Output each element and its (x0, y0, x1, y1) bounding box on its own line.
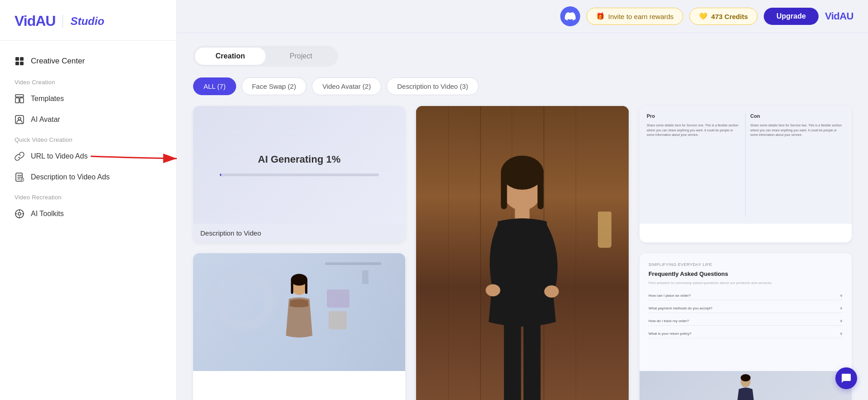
video-background (416, 106, 628, 400)
ai-avatar-label: AI Avatar (31, 116, 60, 124)
person-silhouette (453, 151, 591, 400)
filter-video-avatar[interactable]: Video Avatar (2) (312, 77, 381, 95)
card-generating-label: Description to Video (193, 224, 405, 242)
svg-point-27 (291, 274, 307, 286)
woman-card-label (193, 371, 405, 382)
filter-face-swap[interactable]: Face Swap (2) (242, 77, 307, 95)
con-header: Con (750, 113, 844, 119)
faq-item-2: What payment methods do you accept? ∨ (649, 304, 843, 313)
studio-label: Studio (70, 15, 104, 28)
svg-rect-20 (538, 173, 543, 209)
sidebar-item-label: Creative Center (31, 57, 85, 66)
avatar-icon (15, 115, 24, 125)
tab-bar: Creation Project (193, 46, 338, 67)
section-label-video-recreation: Video Recreation (0, 188, 176, 203)
svg-rect-2 (15, 62, 19, 65)
card-woman[interactable] (193, 253, 405, 400)
card-video-tall[interactable] (416, 106, 628, 400)
content-area: Creation Project ALL (7) Face Swap (2) V… (177, 33, 868, 400)
link-icon (15, 151, 24, 161)
filter-bar: ALL (7) Face Swap (2) Video Avatar (2) D… (193, 77, 852, 95)
con-column: Con Share some details here for Service … (750, 113, 844, 217)
svg-rect-6 (20, 98, 24, 103)
logo-divider (63, 15, 63, 28)
upgrade-button[interactable]: Upgrade (764, 8, 819, 25)
svg-point-12 (18, 212, 21, 215)
card-faq[interactable]: Simplifying Everyday Life Frequently Ask… (640, 253, 852, 400)
sidebar-nav: Creative Center Video Creation Templates (0, 41, 176, 400)
faq-subtitle: Find answers to commonly asked questions… (649, 281, 843, 285)
toolkit-icon (15, 209, 24, 219)
credits-label: 473 Credits (711, 13, 748, 20)
pro-column: Pro Share some details here for Service … (647, 113, 741, 217)
svg-rect-3 (20, 62, 24, 65)
svg-point-23 (544, 285, 559, 298)
procon-label (640, 224, 852, 235)
desc-video-label: Description to Video Ads (31, 173, 110, 181)
invite-button[interactable]: 🎁 Invite to earn rewards (587, 8, 683, 25)
section-label-video-creation: Video Creation (0, 72, 176, 88)
url-video-label: URL to Video Ads (31, 152, 87, 160)
svg-point-22 (486, 284, 500, 296)
con-text: Share some details here for Service two.… (750, 123, 844, 138)
sidebar-item-creative-center[interactable]: Creative Center (0, 50, 176, 72)
svg-rect-28 (291, 279, 293, 294)
logo-area: VidAU Studio (0, 0, 176, 41)
templates-label: Templates (31, 95, 64, 103)
svg-rect-29 (305, 279, 307, 294)
sidebar-item-desc-video[interactable]: Description to Video Ads (0, 167, 176, 188)
sidebar-item-ai-avatar[interactable]: AI Avatar (0, 109, 176, 130)
generating-text: AI Generating 1% (258, 154, 340, 165)
tab-project[interactable]: Project (266, 48, 336, 65)
clothing-rack (320, 253, 405, 371)
faq-inner: Simplifying Everyday Life Frequently Ask… (640, 253, 852, 371)
main-area: 🎁 Invite to earn rewards 💛 473 Credits U… (177, 0, 868, 400)
cards-grid: AI Generating 1% Description to Video (193, 106, 852, 400)
tab-creation[interactable]: Creation (195, 48, 266, 65)
faq-item-1: How can I place an order? ∨ (649, 291, 843, 300)
svg-rect-19 (501, 173, 507, 209)
invite-icon: 🎁 (596, 12, 605, 20)
card-generating[interactable]: AI Generating 1% Description to Video (193, 106, 405, 242)
progress-bar-wrap (220, 173, 379, 176)
ai-toolkits-label: AI Toolkits (31, 210, 64, 218)
faq-section-label: Simplifying Everyday Life (649, 262, 843, 267)
faq-person-figure (732, 373, 759, 400)
svg-point-8 (18, 117, 21, 120)
svg-point-18 (501, 155, 543, 189)
faq-item-4: What is your return policy? ∨ (649, 329, 843, 338)
faq-card-person (640, 371, 852, 400)
credits-icon: 💛 (699, 12, 708, 20)
brand-logo: VidAU (15, 13, 55, 29)
pro-header: Pro (647, 113, 741, 119)
upgrade-label: Upgrade (776, 12, 806, 20)
svg-rect-1 (20, 57, 24, 61)
generating-inner: AI Generating 1% (193, 106, 405, 224)
sidebar-item-templates[interactable]: Templates (0, 88, 176, 109)
faq-item-3: How do I track my order? ∨ (649, 317, 843, 326)
filter-desc-to-video[interactable]: Description to Video (3) (387, 77, 478, 95)
header: 🎁 Invite to earn rewards 💛 473 Credits U… (177, 0, 868, 33)
svg-point-31 (741, 374, 751, 381)
pro-text: Share some details here for Service one.… (647, 123, 741, 138)
svg-rect-24 (504, 321, 521, 400)
svg-rect-5 (15, 98, 19, 103)
progress-bar-fill (220, 173, 222, 176)
video-tall-inner (416, 106, 628, 400)
svg-rect-4 (15, 95, 24, 97)
faq-title: Frequently Asked Questions (649, 270, 843, 277)
svg-rect-25 (524, 321, 541, 400)
card-procon[interactable]: Pro Share some details here for Service … (640, 106, 852, 242)
header-brand-logo: VidAU (825, 10, 853, 22)
bottle (598, 212, 611, 248)
svg-rect-0 (15, 57, 19, 61)
sidebar-item-url-video[interactable]: URL to Video Ads (0, 146, 176, 167)
procon-divider (745, 113, 746, 217)
discord-button[interactable] (560, 6, 580, 26)
chat-button[interactable] (835, 367, 857, 389)
desc-icon (15, 172, 24, 182)
sidebar: VidAU Studio Creative Center Video Creat… (0, 0, 177, 400)
filter-all[interactable]: ALL (7) (193, 77, 236, 95)
sidebar-item-ai-toolkits[interactable]: AI Toolkits (0, 203, 176, 224)
credits-button[interactable]: 💛 473 Credits (689, 8, 757, 25)
